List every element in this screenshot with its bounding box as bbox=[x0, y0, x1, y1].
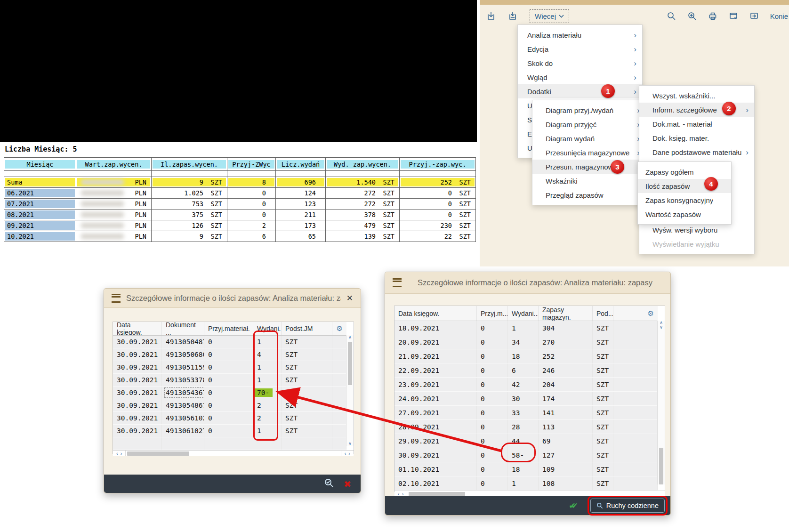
cell-receipt[interactable]: 0 bbox=[204, 336, 253, 348]
cell-receipt-value-qty[interactable]: 0SZT bbox=[400, 188, 476, 199]
cell-issue-count[interactable]: 65 bbox=[276, 231, 326, 242]
cell-unit[interactable]: SZT bbox=[282, 425, 332, 437]
cell-issued[interactable]: 1 bbox=[508, 321, 539, 335]
cell-receipt-value-qty[interactable]: 22SZT bbox=[400, 231, 476, 242]
cell-issued[interactable]: 1 bbox=[508, 476, 539, 490]
table-row[interactable]: 27.09.2021 0 33 141 SZT bbox=[394, 406, 658, 420]
menu-item[interactable]: Wgląd › bbox=[518, 70, 642, 84]
cell-valuated-qty[interactable]: 1.025SZT bbox=[152, 188, 227, 199]
cell-valuated-value[interactable]: PLN bbox=[76, 188, 152, 199]
cell-issue-count[interactable]: 211 bbox=[276, 210, 326, 220]
stock-column-header[interactable]: Miesiąc bbox=[4, 158, 76, 171]
menu-item[interactable]: Dok.mat. - materiał bbox=[639, 117, 754, 131]
cell-month[interactable]: 06.2021 bbox=[4, 188, 76, 199]
column-header[interactable]: Przyj.m... bbox=[477, 306, 508, 321]
choose-detail-icon[interactable] bbox=[324, 478, 334, 490]
hamburger-icon[interactable] bbox=[393, 278, 402, 287]
cell-receipt[interactable]: 0 bbox=[477, 363, 508, 377]
cell-posting-date[interactable]: 02.10.2021 bbox=[394, 476, 477, 490]
menu-item[interactable]: Diagram wydań › bbox=[532, 131, 645, 145]
cell-warehouse-stock[interactable]: 141 bbox=[539, 406, 593, 419]
cell-valuated-qty[interactable]: 375SZT bbox=[152, 210, 227, 220]
cell-receipt[interactable]: 0 bbox=[477, 349, 508, 363]
cell-posting-date[interactable]: 30.09.2021 bbox=[113, 412, 162, 424]
cell-receipt[interactable]: 0 bbox=[477, 406, 508, 419]
stock-data-row[interactable]: 09.2021 PLN 126SZT 2 173 479SZT 230SZT bbox=[4, 220, 476, 231]
cell-warehouse-stock[interactable]: 304 bbox=[539, 321, 593, 335]
stock-data-row[interactable]: 10.2021 PLN 9SZT 6 65 139SZT 22SZT bbox=[4, 231, 476, 242]
table-row[interactable]: 30.09.2021 0 58- 127 SZT bbox=[394, 448, 658, 462]
cell-unit[interactable]: SZT bbox=[282, 387, 332, 399]
cell-valuated-value[interactable]: PLN bbox=[76, 199, 152, 210]
export-file-icon[interactable] bbox=[508, 11, 517, 21]
cell-issued[interactable]: 33 bbox=[508, 406, 539, 419]
menu-item[interactable]: Dok. księg. mater. bbox=[639, 131, 754, 145]
cell-posting-date[interactable]: 30.09.2021 bbox=[394, 448, 477, 462]
cell-posting-date[interactable]: 30.09.2021 bbox=[113, 425, 162, 437]
print-icon[interactable] bbox=[708, 11, 717, 21]
cell-posting-date[interactable]: 24.09.2021 bbox=[394, 392, 477, 405]
table-row[interactable]: 30.09.2021 4913056102 0 2 SZT bbox=[113, 412, 346, 425]
cell-posting-date[interactable]: 27.09.2021 bbox=[394, 406, 477, 419]
table-row[interactable]: 30.09.2021 4913051159 0 1 SZT bbox=[113, 361, 346, 374]
cell-receipt-qty[interactable]: 6 bbox=[227, 231, 276, 242]
cell-warehouse-stock[interactable]: 113 bbox=[539, 420, 593, 434]
cell-month[interactable]: 08.2021 bbox=[4, 210, 76, 220]
cell-unit[interactable]: SZT bbox=[593, 349, 613, 363]
cell-issued[interactable]: 58- bbox=[508, 448, 539, 462]
cell-unit[interactable]: SZT bbox=[282, 399, 332, 411]
switch-window-icon[interactable] bbox=[749, 11, 759, 21]
menu-item[interactable]: Zapasy ogółem bbox=[638, 165, 731, 179]
stock-column-header[interactable]: Przyj.-zap.wyc. bbox=[400, 158, 476, 171]
search-plus-icon[interactable] bbox=[687, 11, 697, 21]
gear-icon[interactable]: ⚙ bbox=[648, 309, 654, 318]
menu-item[interactable]: Wszyst. wskaźniki... bbox=[639, 89, 754, 103]
menu-item[interactable]: Wyśw. wersji wyboru bbox=[639, 223, 754, 237]
close-icon[interactable]: ✕ bbox=[346, 293, 353, 303]
menu-item[interactable]: Dane podstawowe materiału › bbox=[639, 145, 754, 159]
export-icon[interactable] bbox=[486, 11, 496, 21]
cell-valuated-value[interactable]: PLN bbox=[76, 231, 152, 242]
column-header[interactable]: Wydani... bbox=[253, 322, 282, 335]
cell-issue-qty[interactable]: 479SZT bbox=[326, 220, 400, 231]
scroll-pager[interactable]: ‹ › bbox=[113, 451, 126, 456]
cell-posting-date[interactable]: 30.09.2021 bbox=[113, 361, 162, 373]
cell-receipt-value-qty[interactable]: 252SZT bbox=[400, 177, 476, 188]
cell-receipt[interactable]: 0 bbox=[204, 387, 253, 399]
cell-unit[interactable]: SZT bbox=[282, 374, 332, 386]
cell-warehouse-stock[interactable]: 108 bbox=[539, 476, 593, 490]
cell-receipt[interactable]: 0 bbox=[204, 425, 253, 437]
cell-unit[interactable]: SZT bbox=[593, 335, 613, 349]
cell-valuated-qty[interactable]: 9SZT bbox=[152, 231, 227, 242]
column-header[interactable]: Dokument ... bbox=[162, 322, 204, 335]
cell-posting-date[interactable]: 22.09.2021 bbox=[394, 363, 477, 377]
table-row[interactable]: 29.09.2021 0 44 69 SZT bbox=[394, 434, 658, 448]
table-row[interactable]: 23.09.2021 0 42 204 SZT bbox=[394, 378, 658, 392]
stock-column-header[interactable]: Il.zapas.wycen. bbox=[152, 158, 227, 171]
gear-icon[interactable]: ⚙ bbox=[337, 324, 343, 333]
cell-receipt[interactable]: 0 bbox=[477, 378, 508, 391]
table-row[interactable]: 30.09.2021 4913054867 0 2 SZT bbox=[113, 399, 346, 412]
cell-warehouse-stock[interactable]: 69 bbox=[539, 434, 593, 448]
table-row[interactable]: 30.09.2021 4913054367 0 70- SZT bbox=[113, 387, 346, 399]
cell-valuated-qty[interactable]: 9SZT bbox=[152, 177, 227, 188]
cell-receipt-qty[interactable]: 2 bbox=[227, 220, 276, 231]
dialog-header[interactable]: Szczegółowe informacje o ilości zapasów:… bbox=[385, 272, 670, 294]
cell-unit[interactable]: SZT bbox=[593, 406, 613, 419]
cell-issue-count[interactable]: 123 bbox=[276, 199, 326, 210]
table-row[interactable]: 18.09.2021 0 1 304 SZT bbox=[394, 321, 658, 335]
scrollbar-thumb[interactable] bbox=[409, 492, 465, 496]
cell-unit[interactable]: SZT bbox=[593, 462, 613, 476]
menu-item[interactable]: Wartość zapasów bbox=[638, 207, 731, 221]
cell-receipt[interactable]: 0 bbox=[204, 361, 253, 373]
column-header[interactable]: Przyj.materiał. bbox=[204, 322, 253, 335]
vertical-scrollbar[interactable]: ∧ ∨ bbox=[346, 335, 354, 446]
cell-receipt[interactable]: 0 bbox=[204, 399, 253, 411]
cell-unit[interactable]: SZT bbox=[593, 434, 613, 448]
cell-receipt[interactable]: 0 bbox=[477, 335, 508, 349]
cell-unit[interactable]: SZT bbox=[593, 392, 613, 405]
cell-receipt-value-qty[interactable]: 0SZT bbox=[400, 199, 476, 210]
save-variant-icon[interactable] bbox=[729, 11, 738, 21]
scrollbar-thumb[interactable] bbox=[659, 448, 663, 484]
cell-warehouse-stock[interactable]: 174 bbox=[539, 392, 593, 405]
